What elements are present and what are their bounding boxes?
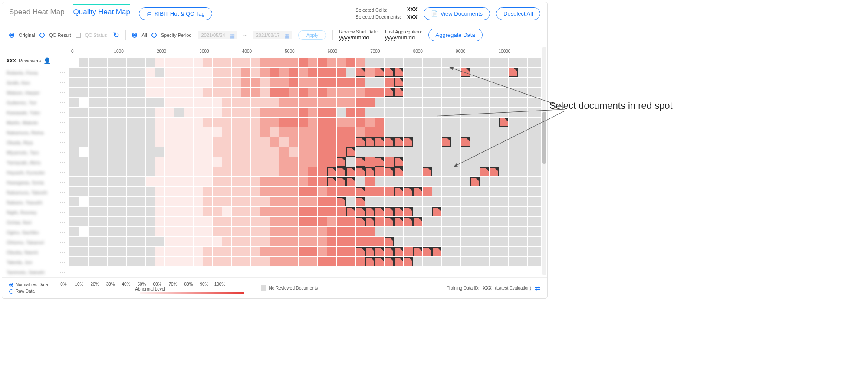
heatmap-cell[interactable] (528, 108, 537, 117)
heatmap-cell[interactable] (299, 217, 308, 226)
heatmap-cell[interactable] (490, 137, 499, 147)
heatmap-cell[interactable] (232, 167, 241, 176)
heatmap-cell[interactable] (222, 98, 231, 107)
heatmap-cell[interactable] (509, 78, 518, 87)
heatmap-cell[interactable] (222, 88, 231, 97)
heatmap-cell[interactable] (423, 247, 432, 256)
heatmap-cell[interactable] (356, 58, 365, 67)
heatmap-cell[interactable] (346, 227, 355, 236)
heatmap-cell[interactable] (490, 177, 499, 186)
heatmap-cell[interactable] (270, 58, 279, 67)
heatmap-cell[interactable] (346, 127, 355, 137)
heatmap-cell[interactable] (327, 207, 336, 216)
heatmap-cell[interactable] (108, 237, 117, 246)
heatmap-cell[interactable] (432, 118, 441, 127)
heatmap-cell[interactable] (394, 247, 403, 256)
heatmap-cell[interactable] (480, 127, 489, 137)
heatmap-cell[interactable] (155, 227, 164, 236)
heatmap-cell[interactable] (318, 118, 327, 127)
heatmap-cell[interactable] (146, 78, 155, 87)
heatmap-cell[interactable] (117, 78, 126, 87)
heatmap-cell[interactable] (165, 247, 174, 256)
heatmap-cell[interactable] (537, 68, 541, 77)
heatmap-cell[interactable] (89, 257, 98, 266)
heatmap-cell[interactable] (260, 167, 270, 176)
heatmap-cell[interactable] (184, 217, 193, 226)
heatmap-cells[interactable] (69, 57, 541, 267)
reviewer-row-label[interactable]: Nakamura, Takeshi⋯ (2, 187, 69, 197)
heatmap-cell[interactable] (232, 137, 241, 147)
radio-all[interactable] (132, 33, 137, 38)
heatmap-cell[interactable] (375, 78, 384, 87)
heatmap-cell[interactable] (165, 137, 174, 147)
heatmap-cell[interactable] (451, 237, 460, 246)
heatmap-cell[interactable] (194, 98, 203, 107)
heatmap-cell[interactable] (394, 78, 403, 87)
heatmap-cell[interactable] (537, 118, 541, 127)
heatmap-cell[interactable] (260, 78, 270, 87)
row-menu-icon[interactable]: ⋯ (60, 189, 65, 196)
heatmap-cell[interactable] (327, 187, 336, 196)
heatmap-cell[interactable] (356, 217, 365, 226)
heatmap-cell[interactable] (127, 247, 136, 256)
heatmap-cell[interactable] (232, 98, 241, 107)
heatmap-cell[interactable] (98, 88, 107, 97)
heatmap-cell[interactable] (451, 118, 460, 127)
heatmap-cell[interactable] (251, 177, 260, 186)
heatmap-cell[interactable] (194, 137, 203, 147)
heatmap-cell[interactable] (461, 147, 470, 157)
vertical-scrollbar[interactable] (542, 47, 546, 275)
heatmap-cell[interactable] (232, 187, 241, 196)
date-from-input[interactable]: 2021/05/24 ▦ (198, 31, 237, 39)
heatmap-cell[interactable] (470, 98, 480, 107)
heatmap-cell[interactable] (375, 167, 384, 176)
heatmap-cell[interactable] (518, 197, 527, 206)
heatmap-cell[interactable] (289, 227, 298, 236)
heatmap-cell[interactable] (451, 137, 460, 147)
heatmap-cell[interactable] (337, 177, 346, 186)
heatmap-cell[interactable] (69, 137, 79, 147)
heatmap-cell[interactable] (117, 197, 126, 206)
heatmap-cell[interactable] (203, 187, 212, 196)
heatmap-cell[interactable] (480, 147, 489, 157)
heatmap-cell[interactable] (451, 147, 460, 157)
heatmap-cell[interactable] (337, 108, 346, 117)
reviewer-row-label[interactable]: Hayashi, Kyosuke⋯ (2, 167, 69, 177)
heatmap-cell[interactable] (442, 187, 451, 196)
heatmap-cell[interactable] (155, 187, 164, 196)
heatmap-cell[interactable] (289, 257, 298, 266)
heatmap-cell[interactable] (461, 127, 470, 137)
heatmap-cell[interactable] (136, 217, 145, 226)
heatmap-cell[interactable] (423, 257, 432, 266)
heatmap-cell[interactable] (413, 127, 422, 137)
heatmap-cell[interactable] (461, 58, 470, 67)
heatmap-cell[interactable] (184, 118, 193, 127)
heatmap-cell[interactable] (499, 247, 508, 256)
heatmap-cell[interactable] (69, 217, 79, 226)
heatmap-cell[interactable] (155, 207, 164, 216)
heatmap-cell[interactable] (356, 257, 365, 266)
heatmap-cell[interactable] (203, 88, 212, 97)
heatmap-cell[interactable] (337, 98, 346, 107)
heatmap-cell[interactable] (499, 118, 508, 127)
heatmap-cell[interactable] (174, 237, 184, 246)
reviewer-row-label[interactable]: Nakamura, Reina⋯ (2, 127, 69, 137)
heatmap-cell[interactable] (165, 187, 174, 196)
heatmap-cell[interactable] (117, 187, 126, 196)
heatmap-cell[interactable] (327, 78, 336, 87)
heatmap-cell[interactable] (174, 167, 184, 176)
heatmap-cell[interactable] (461, 207, 470, 216)
heatmap-cell[interactable] (318, 88, 327, 97)
heatmap-cell[interactable] (260, 257, 270, 266)
heatmap-cell[interactable] (299, 78, 308, 87)
heatmap-cell[interactable] (442, 137, 451, 147)
heatmap-cell[interactable] (251, 127, 260, 137)
heatmap-cell[interactable] (270, 78, 279, 87)
heatmap-cell[interactable] (232, 157, 241, 167)
heatmap-cell[interactable] (222, 137, 231, 147)
heatmap-cell[interactable] (346, 207, 355, 216)
heatmap-cell[interactable] (270, 197, 279, 206)
heatmap-cell[interactable] (490, 207, 499, 216)
heatmap-cell[interactable] (318, 247, 327, 256)
radio-original[interactable] (9, 33, 14, 38)
